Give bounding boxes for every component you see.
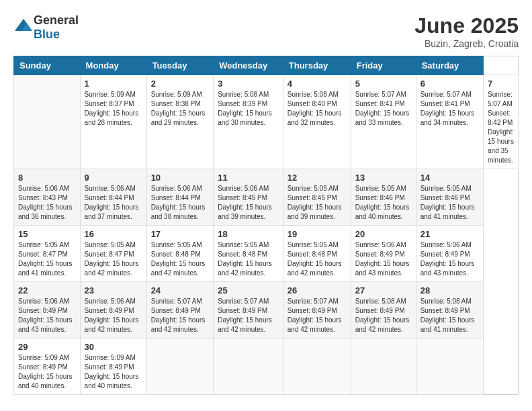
week-row-1: 1Sunrise: 5:09 AM Sunset: 8:37 PM Daylig…: [14, 75, 519, 169]
day-info: Sunrise: 5:06 AM Sunset: 8:43 PM Dayligh…: [18, 184, 76, 222]
day-number: 22: [18, 285, 76, 295]
header-row: Sunday Monday Tuesday Wednesday Thursday…: [14, 56, 519, 75]
day-info: Sunrise: 5:08 AM Sunset: 8:39 PM Dayligh…: [218, 90, 279, 128]
day-number: 23: [85, 285, 142, 295]
col-thursday: Thursday: [283, 56, 351, 75]
day-number: 8: [18, 173, 76, 183]
table-row: 20Sunrise: 5:06 AM Sunset: 8:49 PM Dayli…: [351, 226, 416, 282]
day-info: Sunrise: 5:07 AM Sunset: 8:41 PM Dayligh…: [420, 90, 479, 128]
table-row: 30Sunrise: 5:09 AM Sunset: 8:49 PM Dayli…: [80, 338, 146, 395]
table-row: 25Sunrise: 5:07 AM Sunset: 8:49 PM Dayli…: [214, 282, 283, 338]
day-info: Sunrise: 5:06 AM Sunset: 8:49 PM Dayligh…: [18, 297, 76, 334]
day-number: 19: [287, 229, 347, 239]
table-row: 4Sunrise: 5:08 AM Sunset: 8:40 PM Daylig…: [283, 75, 351, 169]
day-info: Sunrise: 5:05 AM Sunset: 8:48 PM Dayligh…: [287, 240, 347, 278]
day-number: 9: [85, 173, 142, 183]
day-info: Sunrise: 5:05 AM Sunset: 8:48 PM Dayligh…: [218, 240, 279, 278]
table-row: 26Sunrise: 5:07 AM Sunset: 8:49 PM Dayli…: [283, 282, 351, 338]
day-info: Sunrise: 5:09 AM Sunset: 8:49 PM Dayligh…: [85, 353, 142, 391]
day-number: 21: [420, 229, 479, 239]
table-row: 3Sunrise: 5:08 AM Sunset: 8:39 PM Daylig…: [214, 75, 283, 169]
day-info: Sunrise: 5:06 AM Sunset: 8:44 PM Dayligh…: [151, 184, 210, 222]
col-saturday: Saturday: [416, 56, 483, 75]
day-info: Sunrise: 5:05 AM Sunset: 8:46 PM Dayligh…: [355, 184, 412, 222]
table-row: 27Sunrise: 5:08 AM Sunset: 8:49 PM Dayli…: [351, 282, 416, 338]
day-info: Sunrise: 5:08 AM Sunset: 8:49 PM Dayligh…: [355, 297, 412, 334]
table-row: 21Sunrise: 5:06 AM Sunset: 8:49 PM Dayli…: [416, 226, 483, 282]
table-row: 5Sunrise: 5:07 AM Sunset: 8:41 PM Daylig…: [351, 75, 416, 169]
day-info: Sunrise: 5:07 AM Sunset: 8:42 PM Dayligh…: [488, 90, 514, 165]
day-number: 20: [355, 229, 412, 239]
table-row: [214, 338, 283, 395]
table-row: 22Sunrise: 5:06 AM Sunset: 8:49 PM Dayli…: [14, 282, 81, 338]
table-row: [146, 338, 214, 395]
week-row-5: 29Sunrise: 5:09 AM Sunset: 8:49 PM Dayli…: [14, 338, 519, 395]
empty-cell: [14, 75, 81, 169]
col-friday: Friday: [351, 56, 416, 75]
table-row: 17Sunrise: 5:05 AM Sunset: 8:48 PM Dayli…: [146, 226, 214, 282]
day-number: 14: [420, 173, 479, 183]
day-info: Sunrise: 5:05 AM Sunset: 8:46 PM Dayligh…: [420, 184, 479, 222]
col-monday: Monday: [80, 56, 146, 75]
table-row: 10Sunrise: 5:06 AM Sunset: 8:44 PM Dayli…: [146, 169, 214, 226]
day-number: 7: [488, 79, 514, 89]
table-row: 29Sunrise: 5:09 AM Sunset: 8:49 PM Dayli…: [14, 338, 81, 395]
table-row: 16Sunrise: 5:05 AM Sunset: 8:47 PM Dayli…: [80, 226, 146, 282]
day-info: Sunrise: 5:09 AM Sunset: 8:38 PM Dayligh…: [151, 90, 210, 128]
table-row: 24Sunrise: 5:07 AM Sunset: 8:49 PM Dayli…: [146, 282, 214, 338]
table-row: 7Sunrise: 5:07 AM Sunset: 8:42 PM Daylig…: [484, 75, 519, 169]
day-info: Sunrise: 5:07 AM Sunset: 8:49 PM Dayligh…: [287, 297, 347, 334]
day-number: 10: [151, 173, 210, 183]
table-row: 6Sunrise: 5:07 AM Sunset: 8:41 PM Daylig…: [416, 75, 483, 169]
day-number: 13: [355, 173, 412, 183]
day-number: 28: [420, 285, 479, 295]
table-row: 1Sunrise: 5:09 AM Sunset: 8:37 PM Daylig…: [80, 75, 146, 169]
day-number: 18: [218, 229, 279, 239]
table-row: 28Sunrise: 5:08 AM Sunset: 8:49 PM Dayli…: [416, 282, 483, 338]
week-row-2: 8Sunrise: 5:06 AM Sunset: 8:43 PM Daylig…: [14, 169, 519, 226]
table-row: [283, 338, 351, 395]
day-number: 5: [355, 79, 412, 89]
day-info: Sunrise: 5:05 AM Sunset: 8:47 PM Dayligh…: [18, 240, 76, 278]
day-info: Sunrise: 5:08 AM Sunset: 8:40 PM Dayligh…: [287, 90, 347, 128]
day-number: 6: [420, 79, 479, 89]
logo-general: General: [34, 13, 79, 27]
day-number: 2: [151, 79, 210, 89]
day-info: Sunrise: 5:06 AM Sunset: 8:49 PM Dayligh…: [355, 240, 412, 278]
table-row: 18Sunrise: 5:05 AM Sunset: 8:48 PM Dayli…: [214, 226, 283, 282]
table-row: 2Sunrise: 5:09 AM Sunset: 8:38 PM Daylig…: [146, 75, 214, 169]
day-info: Sunrise: 5:07 AM Sunset: 8:49 PM Dayligh…: [151, 297, 210, 334]
calendar-title: June 2025: [414, 13, 519, 38]
week-row-4: 22Sunrise: 5:06 AM Sunset: 8:49 PM Dayli…: [14, 282, 519, 338]
day-info: Sunrise: 5:06 AM Sunset: 8:45 PM Dayligh…: [218, 184, 279, 222]
day-number: 11: [218, 173, 279, 183]
table-row: 8Sunrise: 5:06 AM Sunset: 8:43 PM Daylig…: [14, 169, 81, 226]
logo: General Blue: [13, 13, 79, 42]
table-row: 12Sunrise: 5:05 AM Sunset: 8:45 PM Dayli…: [283, 169, 351, 226]
day-number: 17: [151, 229, 210, 239]
table-row: [416, 338, 483, 395]
day-info: Sunrise: 5:07 AM Sunset: 8:41 PM Dayligh…: [355, 90, 412, 128]
day-info: Sunrise: 5:06 AM Sunset: 8:49 PM Dayligh…: [85, 297, 142, 334]
day-number: 25: [218, 285, 279, 295]
day-number: 15: [18, 229, 76, 239]
day-info: Sunrise: 5:05 AM Sunset: 8:45 PM Dayligh…: [287, 184, 347, 222]
logo-blue: Blue: [34, 28, 60, 41]
day-info: Sunrise: 5:05 AM Sunset: 8:48 PM Dayligh…: [151, 240, 210, 278]
day-number: 3: [218, 79, 279, 89]
day-number: 24: [151, 285, 210, 295]
day-info: Sunrise: 5:05 AM Sunset: 8:47 PM Dayligh…: [85, 240, 142, 278]
table-row: 14Sunrise: 5:05 AM Sunset: 8:46 PM Dayli…: [416, 169, 483, 226]
day-info: Sunrise: 5:09 AM Sunset: 8:49 PM Dayligh…: [18, 353, 76, 391]
logo-icon: [13, 17, 34, 38]
day-number: 4: [287, 79, 347, 89]
day-info: Sunrise: 5:06 AM Sunset: 8:49 PM Dayligh…: [420, 240, 479, 278]
calendar-table: Sunday Monday Tuesday Wednesday Thursday…: [13, 56, 519, 395]
col-tuesday: Tuesday: [146, 56, 214, 75]
day-info: Sunrise: 5:09 AM Sunset: 8:37 PM Dayligh…: [85, 90, 142, 128]
table-row: 11Sunrise: 5:06 AM Sunset: 8:45 PM Dayli…: [214, 169, 283, 226]
day-info: Sunrise: 5:07 AM Sunset: 8:49 PM Dayligh…: [218, 297, 279, 334]
table-row: 19Sunrise: 5:05 AM Sunset: 8:48 PM Dayli…: [283, 226, 351, 282]
table-row: [351, 338, 416, 395]
day-number: 27: [355, 285, 412, 295]
